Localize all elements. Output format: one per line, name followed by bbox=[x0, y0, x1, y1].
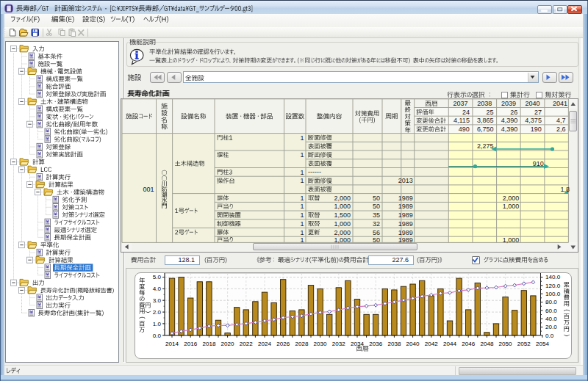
svg-text:4.0: 4.0 bbox=[153, 286, 162, 292]
svg-text:3.0: 3.0 bbox=[153, 297, 162, 304]
svg-text:1: 1 bbox=[300, 177, 304, 184]
svg-text:2038: 2038 bbox=[387, 341, 401, 347]
svg-text:2040: 2040 bbox=[406, 341, 420, 347]
svg-text:1: 1 bbox=[300, 220, 304, 228]
svg-text:1989: 1989 bbox=[398, 229, 413, 236]
svg-text:1,500: 1,500 bbox=[334, 211, 351, 219]
svg-text:5.0: 5.0 bbox=[153, 274, 162, 280]
svg-text:------: ------ bbox=[308, 168, 321, 175]
svg-text:4,115: 4,115 bbox=[453, 117, 470, 124]
svg-text:2,000: 2,000 bbox=[334, 229, 351, 236]
svg-text:50: 50 bbox=[373, 195, 380, 202]
svg-text:2,000: 2,000 bbox=[334, 195, 351, 202]
svg-text:60.0: 60.0 bbox=[545, 308, 557, 314]
svg-text:140.0: 140.0 bbox=[545, 274, 561, 280]
svg-text:2014: 2014 bbox=[165, 341, 179, 347]
svg-text:1: 1 bbox=[300, 151, 304, 159]
svg-text:2032: 2032 bbox=[332, 341, 346, 347]
svg-text:2018: 2018 bbox=[202, 341, 216, 347]
svg-text:1,8: 1,8 bbox=[561, 186, 570, 193]
svg-text:001: 001 bbox=[143, 186, 154, 193]
svg-text:2052: 2052 bbox=[517, 341, 531, 347]
svg-text:1989: 1989 bbox=[398, 203, 413, 210]
svg-text:2.0: 2.0 bbox=[153, 309, 162, 316]
svg-text:2016: 2016 bbox=[184, 341, 198, 347]
svg-text:6,750: 6,750 bbox=[477, 126, 494, 133]
svg-text:190: 190 bbox=[531, 126, 542, 133]
svg-text:2,6: 2,6 bbox=[556, 126, 566, 133]
svg-text:1,000: 1,000 bbox=[334, 203, 351, 210]
svg-text:35: 35 bbox=[373, 211, 380, 219]
svg-text:1: 1 bbox=[300, 229, 304, 236]
svg-text:2022: 2022 bbox=[240, 341, 254, 347]
svg-text:2048: 2048 bbox=[480, 341, 494, 347]
svg-text:1989: 1989 bbox=[398, 211, 413, 219]
svg-text:2040: 2040 bbox=[525, 100, 539, 107]
svg-text:4,375: 4,375 bbox=[525, 117, 542, 124]
svg-text:490: 490 bbox=[459, 126, 470, 133]
svg-text:1: 1 bbox=[300, 236, 304, 244]
svg-text:2028: 2028 bbox=[295, 341, 309, 347]
svg-text:2054: 2054 bbox=[536, 341, 550, 347]
svg-text:0.0: 0.0 bbox=[545, 333, 554, 339]
svg-text:3,865: 3,865 bbox=[477, 117, 494, 124]
svg-text:2037: 2037 bbox=[453, 100, 468, 107]
svg-text:2050: 2050 bbox=[499, 341, 513, 347]
svg-text:4,7: 4,7 bbox=[556, 117, 566, 124]
svg-text:40.0: 40.0 bbox=[545, 316, 557, 322]
svg-text:20.0: 20.0 bbox=[545, 324, 557, 330]
svg-text:1,000: 1,000 bbox=[503, 203, 520, 210]
svg-text:25: 25 bbox=[487, 109, 494, 116]
svg-text:1: 1 bbox=[300, 134, 304, 142]
svg-text:120.0: 120.0 bbox=[545, 283, 561, 289]
svg-text:2024: 2024 bbox=[258, 341, 272, 347]
svg-text:1,000: 1,000 bbox=[334, 236, 351, 244]
svg-text:32: 32 bbox=[373, 220, 380, 228]
svg-text:910: 910 bbox=[533, 160, 544, 167]
svg-text:2013: 2013 bbox=[398, 177, 413, 184]
svg-text:128.1: 128.1 bbox=[178, 256, 195, 264]
svg-text:2036: 2036 bbox=[369, 341, 383, 347]
svg-text:50: 50 bbox=[373, 203, 380, 210]
svg-text:227.6: 227.6 bbox=[392, 256, 409, 264]
svg-text:2030: 2030 bbox=[314, 341, 328, 347]
svg-text:0.0: 0.0 bbox=[153, 333, 162, 339]
svg-text:50: 50 bbox=[373, 236, 380, 244]
svg-text:2020: 2020 bbox=[221, 341, 235, 347]
svg-text:2039: 2039 bbox=[501, 100, 516, 107]
svg-text:100.0: 100.0 bbox=[545, 291, 561, 297]
svg-text:2044: 2044 bbox=[443, 341, 457, 347]
svg-text:2041: 2041 bbox=[553, 100, 567, 107]
svg-text:1,000: 1,000 bbox=[334, 220, 351, 228]
svg-text:1989: 1989 bbox=[398, 195, 413, 202]
svg-text:1: 1 bbox=[300, 195, 304, 202]
svg-text:4,390: 4,390 bbox=[501, 117, 518, 124]
svg-text:1: 1 bbox=[300, 169, 304, 176]
svg-text:1: 1 bbox=[300, 211, 304, 219]
svg-text:2038: 2038 bbox=[477, 100, 492, 107]
svg-text:80.0: 80.0 bbox=[545, 299, 557, 305]
svg-text:2,275: 2,275 bbox=[477, 142, 494, 150]
svg-text:2026: 2026 bbox=[276, 341, 290, 347]
svg-text:1989: 1989 bbox=[398, 220, 413, 228]
svg-text:56: 56 bbox=[373, 229, 380, 236]
svg-text:1989: 1989 bbox=[398, 236, 413, 244]
svg-text:2,000: 2,000 bbox=[503, 195, 520, 202]
svg-text:2046: 2046 bbox=[462, 341, 476, 347]
svg-text:1.0: 1.0 bbox=[153, 321, 162, 327]
svg-text:24: 24 bbox=[462, 109, 470, 116]
svg-text:1,000: 1,000 bbox=[503, 236, 520, 244]
svg-text:26: 26 bbox=[510, 109, 517, 116]
svg-text:4,390: 4,390 bbox=[501, 126, 518, 133]
svg-text:1: 1 bbox=[300, 203, 304, 210]
svg-text:2042: 2042 bbox=[425, 341, 439, 347]
svg-text:27: 27 bbox=[534, 109, 542, 116]
